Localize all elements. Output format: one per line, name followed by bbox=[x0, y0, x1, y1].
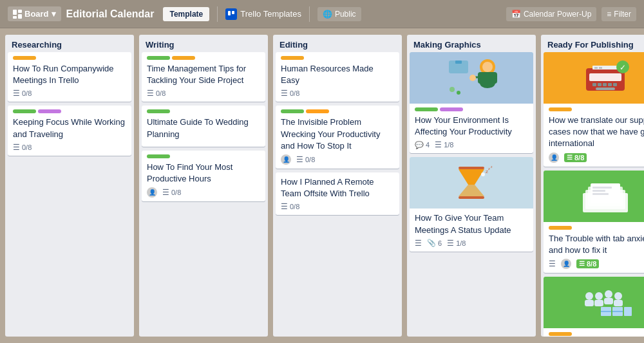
card-meta: ☰0/8 bbox=[281, 89, 394, 98]
checklist-value: 0/8 bbox=[290, 203, 299, 210]
list-header-researching: Researching bbox=[5, 35, 134, 52]
svg-point-46 bbox=[585, 292, 593, 300]
svg-rect-18 bbox=[459, 167, 484, 169]
card-title: How To Give Your Team Meetings A Status … bbox=[415, 212, 528, 236]
card-meta: 💬4☰1/8 bbox=[415, 140, 528, 149]
comment-meta: 💬4 bbox=[415, 141, 430, 149]
visibility-label: Public bbox=[335, 10, 356, 19]
avatar: 👤 bbox=[147, 187, 157, 198]
checklist-meta: ☰0/8 bbox=[296, 155, 315, 164]
card-labels bbox=[147, 56, 260, 60]
calendar-powerup-button[interactable]: 📅 Calendar Power-Up bbox=[506, 7, 596, 21]
card-title: The Trouble with tab anxiety, and how to… bbox=[549, 233, 644, 256]
card-title: How To Find Your Most Productive Hours bbox=[147, 162, 260, 185]
card[interactable]: How To Find Your Most Productive Hours👤☰… bbox=[142, 151, 265, 201]
list-cards-writing: Time Management Tips for Tackling Your S… bbox=[139, 52, 268, 337]
svg-point-22 bbox=[481, 172, 485, 176]
svg-rect-53 bbox=[614, 300, 623, 306]
avatar: 👤 bbox=[281, 154, 291, 165]
checklist-icon: ☰ bbox=[13, 89, 20, 98]
checklist2-icon: ☰ bbox=[415, 239, 422, 248]
svg-point-17 bbox=[457, 91, 460, 95]
card[interactable]: Human Resources Made Easy☰0/8 bbox=[276, 52, 399, 102]
list-researching: ResearchingHow To Run Companywide Meetin… bbox=[5, 35, 134, 337]
progress-badge: ☰8/8 bbox=[576, 259, 599, 268]
svg-rect-28 bbox=[592, 83, 596, 86]
checklist-value: 0/8 bbox=[22, 144, 32, 151]
card-meta: ☰0/8 bbox=[147, 89, 260, 98]
board-area: ResearchingHow To Run Companywide Meetin… bbox=[0, 28, 644, 343]
header-right: 📅 Calendar Power-Up ≡ Filter bbox=[506, 7, 636, 21]
svg-rect-31 bbox=[608, 83, 612, 86]
svg-rect-49 bbox=[594, 300, 603, 306]
checklist-value: 0/8 bbox=[290, 89, 299, 97]
avatar-meta: 👤 bbox=[561, 259, 571, 269]
checklist-meta: ☰0/8 bbox=[13, 89, 32, 98]
card[interactable]: Ultimate Guide To Wedding Planning bbox=[142, 106, 265, 146]
checklist-meta: ☰0/8 bbox=[281, 89, 299, 98]
card[interactable]: The Trouble with tab anxiety, and how to… bbox=[544, 171, 644, 273]
svg-rect-21 bbox=[459, 196, 484, 199]
label-yellow bbox=[172, 56, 195, 60]
svg-rect-45 bbox=[592, 193, 609, 195]
label-green bbox=[13, 109, 36, 113]
card-meta: 👤☰8/8 bbox=[549, 153, 644, 163]
label-purple bbox=[38, 109, 61, 113]
list-cards-researching: How To Run Companywide Meetings In Trell… bbox=[5, 52, 134, 337]
board-title: Editorial Calendar bbox=[66, 8, 155, 20]
attachment-count: 6 bbox=[438, 239, 442, 247]
card-title: Ultimate Guide To Wedding Planning bbox=[147, 116, 260, 140]
card[interactable]: Keeping Focus While Working and Travelin… bbox=[8, 106, 131, 155]
avatar: 👤 bbox=[561, 259, 571, 269]
filter-button[interactable]: ≡ Filter bbox=[601, 7, 636, 21]
calendar-icon: 📅 bbox=[511, 10, 521, 19]
card[interactable]: How To Run Companywide Meetings In Trell… bbox=[8, 52, 131, 102]
svg-rect-2 bbox=[13, 16, 17, 19]
progress-badge: ☰8/8 bbox=[564, 153, 587, 162]
card[interactable]: z z z How To Give Your Team Meetings A S… bbox=[410, 157, 533, 251]
checklist-badge-icon: ☰ bbox=[579, 260, 585, 267]
attachment-meta: 📎6 bbox=[427, 239, 442, 247]
svg-rect-3 bbox=[18, 14, 22, 19]
svg-rect-15 bbox=[455, 60, 462, 64]
card-labels bbox=[281, 109, 394, 113]
card-labels bbox=[415, 107, 528, 111]
card-meta: 👤☰0/8 bbox=[281, 154, 394, 165]
visibility-button[interactable]: 🌐 Public bbox=[317, 7, 361, 21]
card[interactable]: How To Get To Inbox Zero bbox=[544, 277, 644, 337]
trello-templates-button[interactable]: Trello Templates bbox=[225, 8, 301, 20]
avatar: 👤 bbox=[549, 153, 559, 163]
template-button[interactable]: Template bbox=[163, 7, 209, 21]
card[interactable]: How Your Environment Is Affecting Your P… bbox=[410, 52, 533, 153]
checklist-value: 0/8 bbox=[305, 156, 315, 163]
board-button[interactable]: Board ▾ bbox=[8, 6, 61, 21]
checklist-icon: ☰ bbox=[281, 202, 288, 211]
svg-point-52 bbox=[614, 292, 622, 300]
svg-text:z: z bbox=[491, 165, 493, 169]
svg-marker-20 bbox=[459, 185, 484, 196]
list-cards-making-graphics: How Your Environment Is Affecting Your P… bbox=[407, 52, 536, 337]
card[interactable]: How I Planned A Remote Team Offsite With… bbox=[276, 172, 399, 215]
checklist-value: 0/8 bbox=[171, 189, 181, 196]
checklist-meta: ☰0/8 bbox=[162, 188, 181, 197]
checklist-icon: ☰ bbox=[296, 155, 303, 164]
label-yellow bbox=[13, 56, 36, 60]
card-title: Time Management Tips for Tackling Your S… bbox=[147, 63, 260, 86]
checklist-value: 1/8 bbox=[444, 141, 453, 149]
checklist-meta: ☰1/8 bbox=[447, 239, 466, 248]
card[interactable]: The Invisible Problem Wrecking Your Prod… bbox=[276, 106, 399, 169]
svg-rect-5 bbox=[232, 11, 234, 14]
card-meta: ☰0/8 bbox=[13, 143, 126, 152]
app-header: Board ▾ Editorial Calendar Template Trel… bbox=[0, 0, 644, 28]
header-divider bbox=[217, 6, 218, 22]
board-label: Board bbox=[24, 9, 49, 19]
list-header-making-graphics: Making Graphics bbox=[407, 35, 536, 52]
card[interactable]: ✓ How we translate our support cases now… bbox=[544, 52, 644, 167]
svg-rect-32 bbox=[613, 83, 617, 86]
attachment-icon: 📎 bbox=[427, 239, 436, 247]
checklist-meta: ☰0/8 bbox=[13, 143, 32, 152]
checklist-value: 0/8 bbox=[156, 89, 166, 97]
card[interactable]: Time Management Tips for Tackling Your S… bbox=[142, 52, 265, 102]
checklist-icon: ☰ bbox=[147, 89, 154, 98]
svg-text:✓: ✓ bbox=[620, 63, 626, 72]
